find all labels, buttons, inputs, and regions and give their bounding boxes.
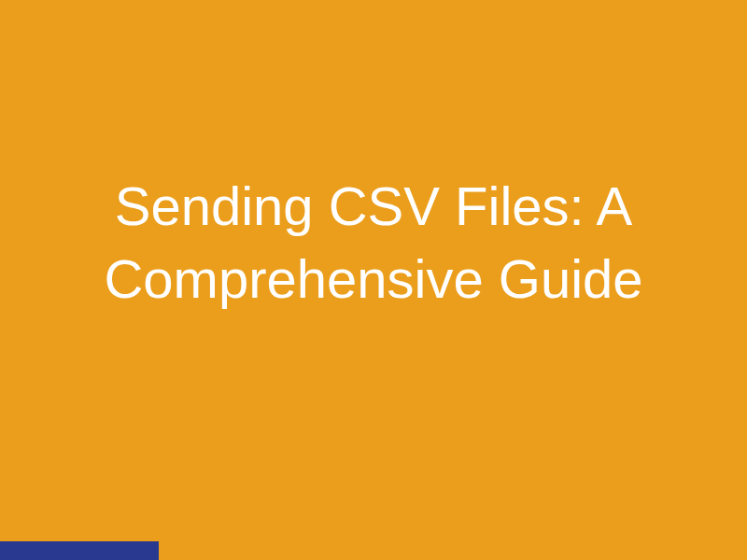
accent-bar xyxy=(0,541,159,560)
page-title: Sending CSV Files: A Comprehensive Guide xyxy=(0,170,747,316)
